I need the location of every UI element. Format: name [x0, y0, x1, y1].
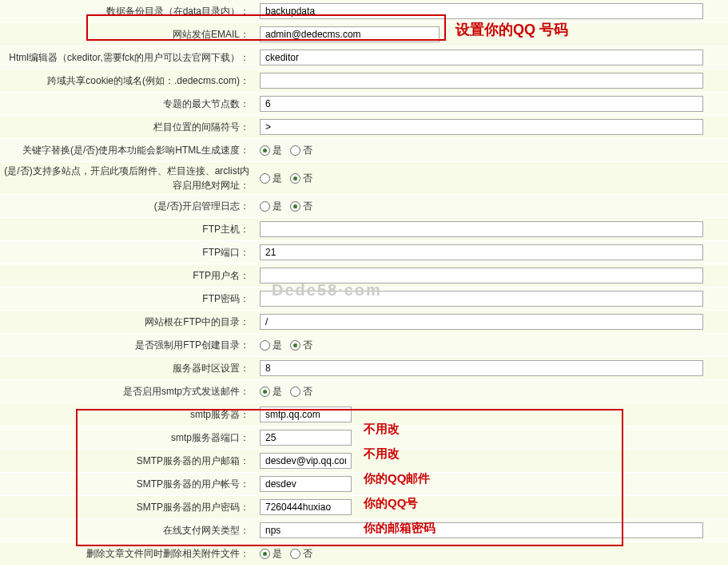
- ftp-host-label: FTP主机：: [0, 218, 256, 240]
- smtp-pwd-input[interactable]: [260, 499, 352, 515]
- smtp-server-label: smtp服务器：: [0, 403, 256, 426]
- keyword-replace-label: 关键字替换(是/否)使用本功能会影响HTML生成速度：: [0, 139, 256, 161]
- ftp-host-input[interactable]: [260, 221, 703, 237]
- admin-log-radio-no[interactable]: [290, 201, 300, 212]
- column-sep-label: 栏目位置的间隔符号：: [0, 116, 256, 138]
- ftp-pwd-input[interactable]: [260, 291, 703, 307]
- html-editor-label: Html编辑器（ckeditor,需要fck的用户可以去官网下载）：: [0, 46, 256, 69]
- smtp-account-input[interactable]: [260, 476, 352, 492]
- ftp-force-radio-yes[interactable]: [260, 340, 270, 351]
- smtp-enable-radio-no[interactable]: [290, 387, 300, 397]
- admin-log-radio-yes[interactable]: [260, 201, 270, 212]
- smtp-enable-radio-yes[interactable]: [260, 387, 270, 397]
- email-label: 网站发信EMAIL：: [0, 23, 256, 46]
- cookie-domain-input[interactable]: [260, 73, 703, 89]
- column-sep-input[interactable]: [260, 119, 703, 135]
- ftp-force-label: 是否强制用FTP创建目录：: [0, 334, 256, 356]
- smtp-email-input[interactable]: [260, 453, 352, 469]
- del-attachment-radio-group: 是 否: [260, 547, 312, 561]
- smtp-pwd-label: SMTP服务器的用户密码：: [0, 496, 256, 518]
- ftp-force-radio-group: 是 否: [260, 339, 312, 352]
- smtp-account-label: SMTP服务器的用户帐号：: [0, 473, 256, 495]
- ftp-port-input[interactable]: [260, 244, 703, 260]
- del-attachment-radio-no[interactable]: [290, 549, 300, 559]
- timezone-input[interactable]: [260, 360, 703, 376]
- ftp-pwd-label: FTP密码：: [0, 288, 256, 310]
- keyword-replace-radio-yes[interactable]: [260, 145, 270, 156]
- ftp-root-label: 网站根在FTP中的目录：: [0, 311, 256, 333]
- smtp-email-label: SMTP服务器的用户邮箱：: [0, 450, 256, 472]
- del-attachment-label: 删除文章文件同时删除相关附件文件：: [0, 542, 256, 565]
- topic-max-label: 专题的最大节点数：: [0, 93, 256, 115]
- smtp-server-input[interactable]: [260, 407, 352, 422]
- multi-site-radio-group: 是 否: [260, 172, 312, 185]
- ftp-root-input[interactable]: [260, 314, 703, 330]
- ftp-user-label: FTP用户名：: [0, 264, 256, 287]
- ftp-user-input[interactable]: [260, 268, 703, 284]
- backup-dir-input[interactable]: [260, 3, 703, 19]
- multi-site-radio-no[interactable]: [290, 173, 300, 184]
- smtp-enable-label: 是否启用smtp方式发送邮件：: [0, 380, 256, 403]
- smtp-port-input[interactable]: [260, 430, 352, 446]
- smtp-port-label: smtp服务器端口：: [0, 426, 256, 449]
- admin-log-label: (是/否)开启管理日志：: [0, 195, 256, 217]
- cookie-domain-label: 跨域共享cookie的域名(例如：.dedecms.com)：: [0, 69, 256, 92]
- smtp-enable-radio-group: 是 否: [260, 385, 312, 399]
- timezone-label: 服务器时区设置：: [0, 357, 256, 379]
- multi-site-label: (是/否)支持多站点，开启此项后附件、栏目连接、arclist内容启用绝对网址：: [0, 162, 256, 194]
- pay-gateway-label: 在线支付网关类型：: [0, 519, 256, 541]
- del-attachment-radio-yes[interactable]: [260, 549, 270, 559]
- topic-max-input[interactable]: [260, 96, 703, 112]
- email-input[interactable]: [260, 26, 440, 42]
- admin-log-radio-group: 是 否: [260, 200, 312, 213]
- backup-dir-label: 数据备份目录（在data目录内）：: [0, 0, 256, 22]
- keyword-replace-radio-group: 是 否: [260, 144, 312, 157]
- ftp-force-radio-no[interactable]: [290, 340, 300, 351]
- pay-gateway-input[interactable]: [260, 522, 703, 538]
- keyword-replace-radio-no[interactable]: [290, 145, 300, 156]
- multi-site-radio-yes[interactable]: [260, 173, 270, 184]
- ftp-port-label: FTP端口：: [0, 241, 256, 264]
- html-editor-input[interactable]: [260, 50, 703, 65]
